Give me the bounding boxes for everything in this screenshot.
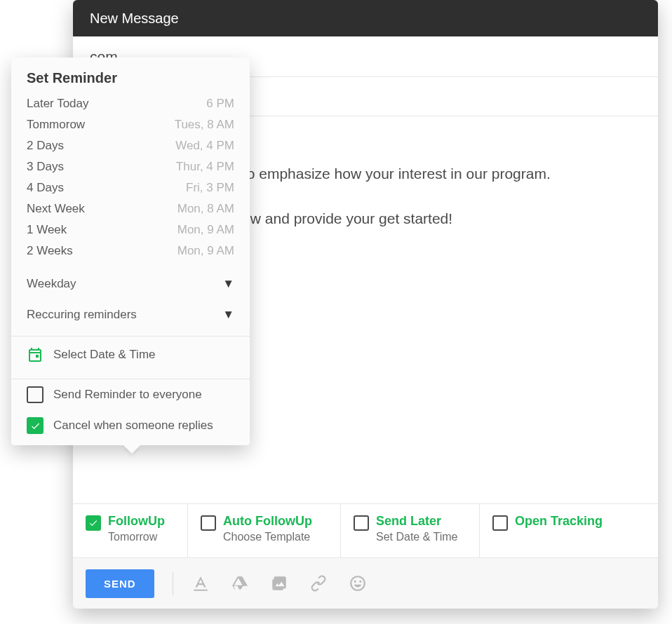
popover-title: Set Reminder — [11, 57, 250, 93]
send-reminder-everyone-checkbox[interactable]: Send Reminder to everyone — [11, 379, 250, 410]
option-auto-followup-title: Auto FollowUp — [223, 514, 312, 529]
reminder-preset-1-week[interactable]: 1 Week Mon, 9 AM — [11, 219, 250, 240]
option-followup-sub: Tomorrow — [108, 531, 165, 543]
option-send-later-sub: Set Date & Time — [376, 531, 458, 543]
option-open-tracking-title: Open Tracking — [515, 514, 603, 529]
reminder-preset-2-weeks[interactable]: 2 Weeks Mon, 9 AM — [11, 240, 250, 262]
window-title: New Message — [73, 0, 658, 36]
weekday-dropdown[interactable]: Weekday ▼ — [11, 269, 250, 299]
reminder-preset-tomorrow[interactable]: Tommorow Tues, 8 AM — [11, 114, 250, 135]
checkbox-checked-icon — [86, 515, 101, 531]
chevron-down-icon: ▼ — [222, 277, 234, 291]
recurring-dropdown[interactable]: Reccuring reminders ▼ — [11, 299, 250, 330]
option-open-tracking[interactable]: Open Tracking — [480, 504, 658, 557]
cancel-when-reply-checkbox[interactable]: Cancel when someone replies — [11, 410, 250, 441]
checkbox-unchecked-icon — [492, 515, 508, 531]
option-auto-followup-sub: Choose Template — [223, 531, 312, 543]
reminder-preset-2-days[interactable]: 2 Days Wed, 4 PM — [11, 135, 250, 156]
reminder-preset-3-days[interactable]: 3 Days Thur, 4 PM — [11, 156, 250, 177]
drive-icon[interactable] — [231, 574, 249, 592]
reminder-preset-next-week[interactable]: Next Week Mon, 8 AM — [11, 198, 250, 219]
chevron-down-icon: ▼ — [222, 308, 234, 322]
link-icon[interactable] — [309, 574, 328, 592]
send-toolbar: SEND — [73, 558, 658, 609]
emoji-icon[interactable] — [349, 574, 367, 592]
send-button[interactable]: SEND — [86, 569, 154, 598]
reminder-preset-4-days[interactable]: 4 Days Fri, 3 PM — [11, 177, 250, 198]
vertical-separator — [173, 571, 173, 595]
option-followup-title: FollowUp — [108, 514, 165, 529]
checkbox-checked-icon — [27, 417, 43, 434]
checkbox-unchecked-icon — [27, 386, 43, 403]
option-send-later-title: Send Later — [376, 514, 458, 529]
option-auto-followup[interactable]: Auto FollowUp Choose Template — [188, 504, 341, 557]
text-format-icon[interactable] — [191, 574, 210, 592]
option-send-later[interactable]: Send Later Set Date & Time — [341, 504, 480, 557]
calendar-icon — [27, 346, 43, 363]
option-followup[interactable]: FollowUp Tomorrow — [73, 504, 188, 557]
select-date-time-button[interactable]: Select Date & Time — [11, 337, 250, 373]
image-icon[interactable] — [270, 574, 288, 592]
reminder-preset-later-today[interactable]: Later Today 6 PM — [11, 93, 250, 114]
set-reminder-popover: Set Reminder Later Today 6 PM Tommorow T… — [11, 57, 250, 445]
checkbox-unchecked-icon — [201, 515, 216, 531]
checkbox-unchecked-icon — [354, 515, 369, 531]
feature-options-bar: FollowUp Tomorrow Auto FollowUp Choose T… — [73, 503, 658, 558]
